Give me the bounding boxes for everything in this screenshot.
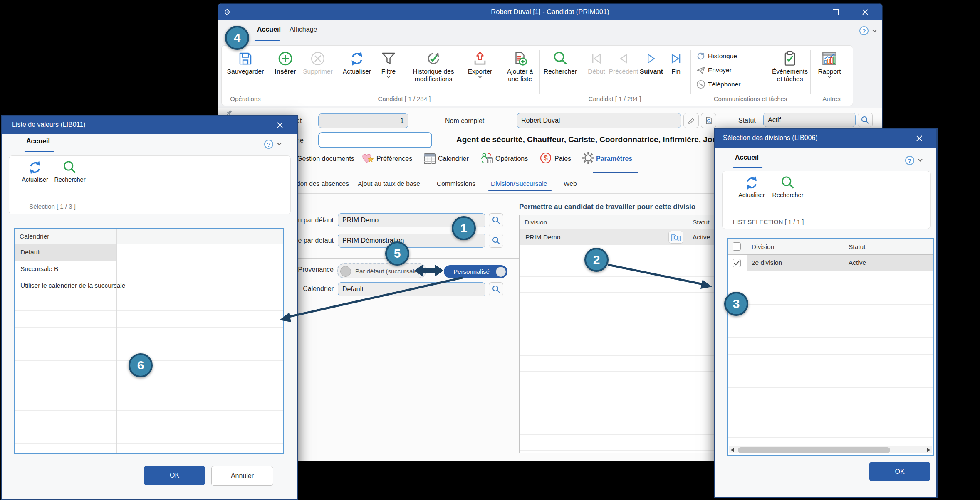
statut-field[interactable]: Actif bbox=[763, 113, 856, 127]
subtab-gestion-absences-fragment[interactable]: tion des absences bbox=[297, 180, 349, 187]
folder-search-icon bbox=[671, 232, 681, 242]
history-check-icon bbox=[426, 51, 441, 67]
ok-button[interactable]: OK bbox=[144, 466, 205, 485]
cancel-button[interactable]: Annuler bbox=[211, 466, 273, 486]
close-icon[interactable] bbox=[862, 9, 869, 15]
nom-complet-field[interactable]: Robert Duval bbox=[517, 113, 681, 128]
lib006-tab-accueil[interactable]: Accueil bbox=[735, 154, 759, 161]
list-item[interactable]: Utiliser le calendrier de la succursale bbox=[15, 278, 283, 295]
scrollbar-thumb[interactable] bbox=[738, 447, 890, 453]
phone-button[interactable]: Téléphoner bbox=[696, 80, 740, 89]
tab-gestion-documents[interactable]: Gestion documents bbox=[297, 155, 354, 163]
clipboard-check-icon bbox=[782, 51, 798, 67]
heart-star-icon bbox=[361, 152, 375, 165]
maximize-button[interactable] bbox=[833, 9, 839, 15]
division-default-lookup-button[interactable] bbox=[489, 213, 503, 227]
filter-button[interactable]: Filtre bbox=[364, 51, 413, 79]
search-icon bbox=[552, 51, 568, 67]
tab-calendrier[interactable]: Calendrier bbox=[438, 155, 469, 163]
candidat-number-field[interactable]: 1 bbox=[318, 113, 408, 128]
tab-operations[interactable]: Opérations bbox=[495, 155, 528, 163]
statut-label: Statut bbox=[738, 117, 756, 124]
refresh-button[interactable]: Actualiser bbox=[738, 175, 765, 198]
lib011-tab-accueil[interactable]: Accueil bbox=[26, 138, 50, 145]
svg-text:$: $ bbox=[544, 154, 548, 162]
magnifier-icon bbox=[492, 236, 501, 245]
provenance-option-custom[interactable]: Personnalisé bbox=[444, 265, 507, 278]
magnifier-icon bbox=[492, 216, 501, 225]
list-item[interactable]: Succursale B bbox=[15, 261, 283, 278]
save-icon bbox=[238, 51, 253, 67]
provenance-option-default[interactable]: Par défaut (succursale) bbox=[337, 263, 426, 278]
help-icon[interactable]: ? bbox=[264, 140, 273, 149]
empty-rows bbox=[728, 271, 933, 438]
tab-accueil[interactable]: Accueil bbox=[257, 26, 281, 33]
statut-lookup-button[interactable] bbox=[858, 113, 873, 127]
plus-circle-icon bbox=[277, 51, 293, 67]
statut-col-header[interactable]: Statut bbox=[849, 243, 866, 251]
tab-paies[interactable]: Paies bbox=[554, 155, 571, 163]
subtab-web[interactable]: Web bbox=[564, 180, 577, 187]
tab-parametres[interactable]: Paramètres bbox=[596, 155, 632, 163]
list-item[interactable]: Default bbox=[15, 244, 283, 261]
calendrier-lookup-button[interactable] bbox=[489, 282, 503, 296]
tab-preferences[interactable]: Préférences bbox=[376, 155, 412, 163]
select-all-checkbox[interactable] bbox=[733, 242, 741, 251]
preview-document-button[interactable] bbox=[701, 113, 716, 128]
window-title: Robert Duval [1] - Candidat (PRIM001) bbox=[218, 8, 882, 16]
search-button[interactable]: Rechercher bbox=[54, 160, 86, 183]
report-button[interactable]: Rapport bbox=[804, 51, 854, 79]
pay-dollar-icon: $ bbox=[539, 152, 553, 165]
edit-name-button[interactable] bbox=[683, 113, 699, 128]
ok-button[interactable]: OK bbox=[869, 462, 930, 481]
toggle-knob-on bbox=[496, 267, 506, 277]
row-checkbox-checked[interactable] bbox=[733, 259, 741, 267]
subtab-ajout-taux-base[interactable]: Ajout au taux de base bbox=[358, 180, 420, 187]
minimize-button[interactable] bbox=[802, 15, 809, 15]
last-record-button[interactable]: Fin bbox=[651, 51, 701, 75]
help-icon[interactable]: ? bbox=[905, 156, 914, 165]
search-button[interactable]: Rechercher bbox=[772, 175, 804, 198]
close-icon[interactable] bbox=[277, 122, 283, 128]
group-label-candidat-1: Candidat [ 1 / 284 ] bbox=[378, 95, 431, 102]
step-badge-2: 2 bbox=[584, 248, 609, 272]
horizontal-scrollbar[interactable] bbox=[729, 446, 932, 453]
calendrier-col-header[interactable]: Calendrier bbox=[20, 233, 49, 240]
succursale-default-lookup-button[interactable] bbox=[489, 234, 503, 248]
calendrier-field[interactable]: Default bbox=[338, 282, 485, 296]
subtab-commissions[interactable]: Commissions bbox=[437, 180, 475, 187]
group-label-communications: Communications et tâches bbox=[714, 95, 787, 102]
pencil-icon bbox=[687, 116, 695, 125]
history-icon bbox=[696, 52, 705, 61]
lib011-titlebar[interactable]: Liste de valeurs (LIB011) bbox=[2, 116, 297, 134]
lib011-table: Calendrier Default Succursale B Utiliser… bbox=[14, 228, 284, 454]
provenance-custom-label: Personnalisé bbox=[453, 268, 498, 275]
statut-col-header[interactable]: Statut bbox=[693, 219, 710, 226]
send-button[interactable]: Envoyer bbox=[696, 66, 732, 75]
filter-icon bbox=[381, 51, 396, 67]
chevron-down-icon[interactable] bbox=[872, 29, 877, 33]
group-label-autres: Autres bbox=[822, 95, 840, 102]
chevron-down-icon[interactable] bbox=[277, 142, 282, 146]
phone-field[interactable] bbox=[318, 132, 432, 148]
refresh-button[interactable]: Actualiser bbox=[22, 160, 48, 183]
main-titlebar[interactable]: Robert Duval [1] - Candidat (PRIM001) bbox=[218, 4, 882, 20]
close-icon[interactable] bbox=[916, 135, 923, 142]
tab-affichage[interactable]: Affichage bbox=[290, 26, 317, 33]
scroll-left-icon[interactable] bbox=[730, 447, 735, 453]
help-icon[interactable]: ? bbox=[859, 26, 869, 35]
paper-plane-icon bbox=[696, 66, 705, 75]
modification-history-button[interactable]: Historique des modifications bbox=[408, 51, 458, 82]
table-row[interactable]: 2e division Active bbox=[728, 255, 933, 271]
division-detail-button[interactable] bbox=[668, 231, 683, 244]
division-col-header[interactable]: Division bbox=[752, 243, 774, 251]
history-button[interactable]: Historique bbox=[696, 52, 737, 61]
scroll-right-icon[interactable] bbox=[926, 447, 931, 453]
table-row[interactable]: PRIM Demo Active bbox=[520, 229, 714, 245]
lib006-titlebar[interactable]: Sélection des divisions (LIB006) bbox=[715, 129, 936, 148]
division-col-header[interactable]: Division bbox=[525, 219, 547, 226]
subtab-division-succursale[interactable]: Division/Succursale bbox=[491, 180, 547, 187]
document-search-icon bbox=[705, 116, 713, 125]
chevron-down-icon bbox=[386, 75, 391, 79]
chevron-down-icon[interactable] bbox=[918, 158, 923, 162]
